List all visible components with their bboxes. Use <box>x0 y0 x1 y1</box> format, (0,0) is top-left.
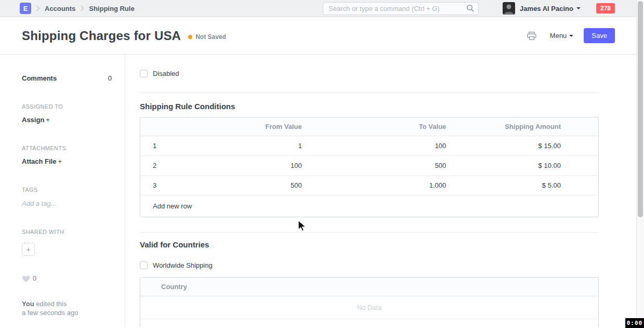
menu-label: Menu <box>550 32 567 40</box>
add-tag-input[interactable]: Add a tag... <box>22 200 112 207</box>
checkbox-icon <box>140 261 148 269</box>
form-body: Disabled Shipping Rule Conditions From V… <box>125 55 636 327</box>
no-data-placeholder: No Data <box>140 296 598 319</box>
navbar: E Accounts Shipping Rule James Al Pacino… <box>0 0 636 17</box>
from-value-cell[interactable]: 100 <box>165 156 310 175</box>
recording-timer: 0:00 <box>625 318 644 328</box>
shared-with-heading: SHARED WITH <box>22 229 112 235</box>
from-value-cell[interactable]: 1 <box>165 136 310 155</box>
add-new-row-button[interactable]: Add new row <box>140 319 598 327</box>
scrollbar-thumb[interactable] <box>638 1 643 217</box>
comments-label: Comments <box>22 74 57 82</box>
to-value-column-header: To Value <box>310 117 454 136</box>
print-icon[interactable] <box>527 32 536 40</box>
disabled-label: Disabled <box>153 70 179 77</box>
table-row[interactable]: 2 100 500 $ 10.00 <box>140 156 598 176</box>
assigned-to-heading: ASSIGNED TO <box>22 103 112 110</box>
add-new-row-button[interactable]: Add new row <box>140 195 598 217</box>
activity-who: You <box>22 300 34 308</box>
worldwide-shipping-checkbox[interactable]: Worldwide Shipping <box>140 261 599 269</box>
row-index-cell[interactable]: 2 <box>140 156 165 175</box>
like-control[interactable]: 0 <box>22 274 112 282</box>
conditions-grid: From Value To Value Shipping Amount 1 1 … <box>140 117 599 217</box>
conditions-heading: Shipping Rule Conditions <box>140 102 599 111</box>
heart-icon <box>22 275 30 282</box>
shipping-amount-cell[interactable]: $ 10.00 <box>454 156 598 175</box>
chevron-down-icon <box>569 35 573 37</box>
form-sidebar: Comments 0 ASSIGNED TO Assign+ ATTACHMEN… <box>0 55 125 327</box>
countries-grid: Country No Data Add new row <box>140 277 599 327</box>
from-value-cell[interactable]: 500 <box>165 176 310 195</box>
vertical-scrollbar[interactable] <box>636 0 644 328</box>
app-window: E Accounts Shipping Rule James Al Pacino… <box>0 0 636 328</box>
save-button[interactable]: Save <box>584 28 615 43</box>
attach-file-label: Attach File <box>22 158 56 165</box>
not-saved-indicator: Not Saved <box>188 33 226 41</box>
page-head: Shipping Charges for USA Not Saved Menu … <box>0 17 636 55</box>
plus-icon: + <box>58 158 62 165</box>
app-logo[interactable]: E <box>20 3 31 14</box>
user-menu[interactable]: James Al Pacino <box>503 2 581 15</box>
section-shipping-rule-conditions: Shipping Rule Conditions From Value To V… <box>140 93 599 233</box>
to-value-cell[interactable]: 100 <box>310 136 454 155</box>
chevron-right-icon <box>36 5 40 11</box>
from-value-column-header: From Value <box>165 117 310 136</box>
activity-action: edited this <box>36 300 67 308</box>
status-text: Not Saved <box>195 33 226 41</box>
worldwide-shipping-label: Worldwide Shipping <box>153 261 213 269</box>
shipping-amount-column-header: Shipping Amount <box>454 117 598 136</box>
chevron-right-icon <box>80 5 84 11</box>
head-actions: Menu Save <box>527 28 615 43</box>
activity-edited: You edited this a few seconds ago <box>22 299 112 317</box>
grid-header-row: From Value To Value Shipping Amount <box>140 117 598 136</box>
comments-count: 0 <box>108 74 112 82</box>
assign-label: Assign <box>22 116 44 124</box>
shipping-amount-cell[interactable]: $ 5.00 <box>454 176 598 195</box>
chevron-down-icon <box>576 7 581 9</box>
attach-file-button[interactable]: Attach File+ <box>22 158 112 165</box>
like-count: 0 <box>33 274 36 282</box>
to-value-cell[interactable]: 500 <box>310 156 454 175</box>
table-row[interactable]: 1 1 100 $ 15.00 <box>140 136 598 156</box>
section-disabled: Disabled <box>140 55 599 93</box>
countries-heading: Valid for Countries <box>140 240 599 249</box>
breadcrumb-accounts[interactable]: Accounts <box>45 5 75 12</box>
activity-when: a few seconds ago <box>22 308 112 317</box>
add-share-button[interactable]: + <box>22 243 35 256</box>
plus-icon: + <box>46 116 50 124</box>
row-index-cell[interactable]: 1 <box>140 136 165 155</box>
index-column-header <box>140 117 165 136</box>
checkbox-icon <box>140 70 148 77</box>
layout: Comments 0 ASSIGNED TO Assign+ ATTACHMEN… <box>0 55 636 327</box>
tags-heading: TAGS <box>22 187 112 193</box>
plus-icon: + <box>26 245 30 254</box>
global-search <box>323 2 479 15</box>
attachments-heading: ATTACHMENTS <box>22 145 112 151</box>
status-dot-icon <box>188 35 192 39</box>
assign-button[interactable]: Assign+ <box>22 116 112 124</box>
page-title: Shipping Charges for USA <box>22 29 181 43</box>
shipping-amount-cell[interactable]: $ 15.00 <box>454 136 598 155</box>
disabled-checkbox[interactable]: Disabled <box>140 70 599 77</box>
notification-badge[interactable]: 278 <box>596 3 615 14</box>
user-name: James Al Pacino <box>520 5 573 12</box>
table-row[interactable]: 3 500 1,000 $ 5.00 <box>140 176 598 195</box>
to-value-cell[interactable]: 1,000 <box>310 176 454 195</box>
section-valid-for-countries: Valid for Countries Worldwide Shipping C… <box>140 233 599 327</box>
row-index-cell[interactable]: 3 <box>140 176 165 195</box>
country-column-header: Country <box>140 278 598 296</box>
search-input[interactable] <box>323 2 479 15</box>
search-icon[interactable] <box>466 4 475 14</box>
sidebar-comments[interactable]: Comments 0 <box>22 74 112 82</box>
menu-button[interactable]: Menu <box>550 32 574 40</box>
avatar <box>503 2 515 15</box>
breadcrumb-shipping-rule[interactable]: Shipping Rule <box>89 5 134 12</box>
